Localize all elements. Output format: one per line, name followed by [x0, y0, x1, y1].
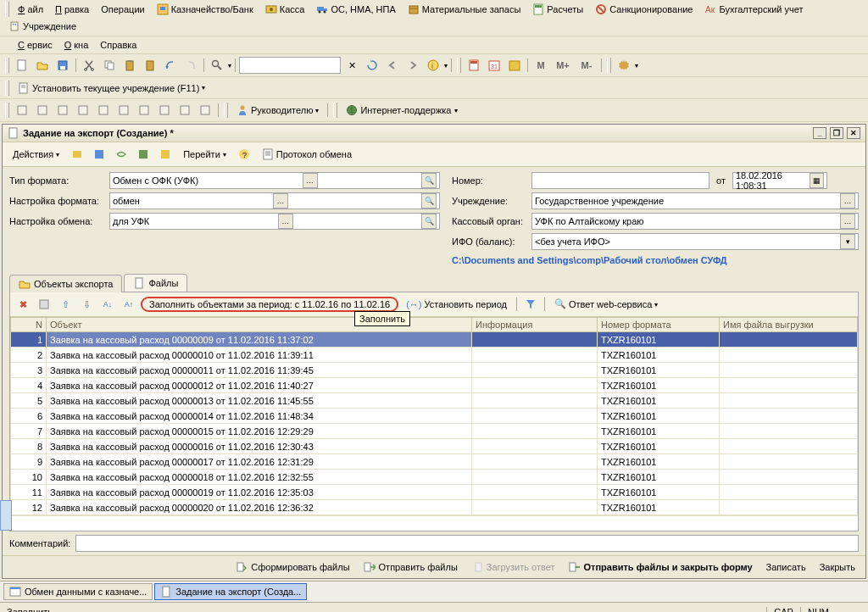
goto-menu[interactable]: Перейти ▾: [178, 147, 231, 161]
doc-btn-1[interactable]: [68, 145, 86, 164]
col-info[interactable]: Информация: [472, 318, 598, 332]
paste-special-button[interactable]: [141, 56, 159, 75]
search-combo[interactable]: [239, 57, 341, 74]
forward-button[interactable]: [403, 56, 422, 75]
send-close-button[interactable]: Отправить файлы и закрыть форму: [565, 559, 756, 575]
set-institution-button[interactable]: Установить текущее учреждение (F11) ▾: [13, 81, 210, 96]
maximize-button[interactable]: ❐: [830, 127, 843, 139]
comment-input[interactable]: [75, 535, 859, 552]
mminus-button[interactable]: M-: [576, 56, 598, 75]
path-link[interactable]: C:\Documents and Settings\comp\Рабочий с…: [452, 253, 727, 267]
table-row[interactable]: 3Заявка на кассовый расход 00000011 от 1…: [11, 363, 858, 378]
menu-operations[interactable]: Операции: [96, 3, 149, 16]
menu-sanction[interactable]: Санкционирование: [590, 2, 698, 17]
zoom-btn-icon[interactable]: 🔍: [421, 173, 437, 188]
calendar-icon[interactable]: ▦: [810, 173, 824, 188]
inet-support-button[interactable]: Интернет-поддержка▾: [341, 103, 462, 118]
ext-btn-5[interactable]: [94, 101, 113, 120]
close-button[interactable]: ✕: [847, 127, 860, 139]
menu-help[interactable]: Справка: [95, 38, 142, 52]
table-row[interactable]: 11Заявка на кассовый расход 00000019 от …: [11, 485, 858, 500]
table-row[interactable]: 1Заявка на кассовый расход 00000009 от 1…: [11, 332, 858, 348]
task-item-1[interactable]: Обмен данными с казначе...: [3, 583, 153, 600]
menu-edit[interactable]: Правка: [50, 3, 94, 16]
table-row[interactable]: 2Заявка на кассовый расход 00000010 от 1…: [11, 348, 858, 363]
ws-answer-button[interactable]: 🔍 Ответ web-сервиса ▾: [549, 297, 663, 312]
ext-btn-8[interactable]: [155, 101, 174, 120]
table-row[interactable]: 10Заявка на кассовый расход 00000018 от …: [11, 470, 858, 485]
menu-accounting[interactable]: AкБухгалтерский учет: [699, 2, 808, 17]
calc-tool-button[interactable]: [465, 56, 483, 75]
set-period-button[interactable]: (↔) Установить период: [401, 298, 512, 311]
menu-cash[interactable]: Касса: [260, 2, 310, 17]
paste-button[interactable]: [120, 56, 139, 75]
delete-button[interactable]: ✖: [14, 295, 32, 314]
minimize-button[interactable]: _: [813, 127, 826, 139]
copy-button[interactable]: [100, 56, 119, 75]
select-btn-icon[interactable]: …: [303, 173, 318, 188]
menu-institution[interactable]: Учреждение: [3, 19, 81, 34]
col-fmt[interactable]: Номер формата: [598, 318, 720, 332]
menu-treasury[interactable]: Казначейство/Банк: [152, 2, 259, 17]
up-button[interactable]: ⇧: [56, 295, 75, 314]
help-button[interactable]: i: [424, 56, 442, 75]
back-button[interactable]: [383, 56, 402, 75]
sort-desc-button[interactable]: A↑: [120, 295, 138, 314]
tab-files[interactable]: Файлы: [124, 274, 187, 292]
cut-button[interactable]: [80, 56, 98, 75]
input-nomer[interactable]: [531, 172, 709, 189]
send-files-button[interactable]: Отправить файлы: [360, 559, 461, 575]
save-button[interactable]: Записать: [763, 559, 810, 575]
fill-period-button[interactable]: Заполнить объектами за период: с 11.02.1…: [141, 297, 398, 312]
close-button[interactable]: Закрыть: [816, 559, 859, 575]
menu-os[interactable]: ОС, НМА, НПА: [311, 2, 400, 17]
sort-asc-button[interactable]: A↓: [98, 295, 117, 314]
menu-windows[interactable]: Окна: [59, 38, 94, 52]
doc-btn-3[interactable]: [112, 145, 131, 164]
input-tip-formata[interactable]: Обмен с ОФК (УФК)…🔍: [109, 172, 440, 189]
ext-btn-3[interactable]: [53, 101, 72, 120]
refresh-button[interactable]: [363, 56, 381, 75]
find-button[interactable]: [208, 56, 226, 75]
mplus-button[interactable]: M+: [552, 56, 574, 75]
date-button[interactable]: [505, 56, 524, 75]
input-kasorg[interactable]: УФК по Алтайскому краю…: [531, 213, 859, 230]
new-button[interactable]: [13, 56, 31, 75]
table-row[interactable]: 4Заявка на кассовый расход 00000012 от 1…: [11, 378, 858, 393]
save-button[interactable]: [53, 56, 72, 75]
input-nastr-obmena[interactable]: для УФК…🔍: [109, 213, 440, 230]
col-n[interactable]: N: [11, 318, 47, 332]
actions-menu[interactable]: Действия ▾: [8, 147, 64, 161]
protocol-button[interactable]: Протокол обмена: [257, 147, 357, 162]
doc-btn-5[interactable]: [156, 145, 175, 164]
menu-service[interactable]: Сервис: [13, 38, 58, 52]
rukovod-button[interactable]: Руководителю▾: [231, 103, 324, 118]
ext-btn-1[interactable]: [13, 101, 31, 120]
input-date[interactable]: 18.02.2016 1:08:31▦: [732, 172, 827, 189]
filter-button[interactable]: [521, 295, 540, 314]
settings-button[interactable]: [615, 56, 633, 75]
down-button[interactable]: ⇩: [77, 295, 96, 314]
task-item-2[interactable]: Задание на экспорт (Созда...: [154, 583, 307, 600]
menu-calc[interactable]: Расчеты: [527, 2, 588, 17]
table-row[interactable]: 7Заявка на кассовый расход 00000015 от 1…: [11, 424, 858, 439]
ext-btn-4[interactable]: [74, 101, 92, 120]
input-uchr[interactable]: Государственное учреждение…: [531, 192, 859, 209]
ext-btn-2[interactable]: [33, 101, 52, 120]
table-row[interactable]: 9Заявка на кассовый расход 00000017 от 1…: [11, 454, 858, 470]
table-row[interactable]: 12Заявка на кассовый расход 00000020 от …: [11, 500, 858, 515]
tab-objects[interactable]: Объекты экспорта: [9, 275, 122, 292]
ext-btn-6[interactable]: [114, 101, 133, 120]
calendar-button[interactable]: 31: [485, 56, 504, 75]
open-button[interactable]: [33, 56, 52, 75]
doc-btn-2[interactable]: [90, 145, 108, 164]
doc-btn-4[interactable]: [134, 145, 153, 164]
question-button[interactable]: ?: [235, 145, 253, 164]
ext-btn-7[interactable]: [135, 101, 153, 120]
table-row[interactable]: 8Заявка на кассовый расход 00000016 от 1…: [11, 439, 858, 454]
search-x-button[interactable]: ✕: [342, 56, 361, 75]
view-button[interactable]: [35, 295, 53, 314]
table-row[interactable]: 6Заявка на кассовый расход 00000014 от 1…: [11, 409, 858, 424]
undo-button[interactable]: [161, 56, 180, 75]
col-file[interactable]: Имя файла выгрузки: [720, 318, 858, 332]
